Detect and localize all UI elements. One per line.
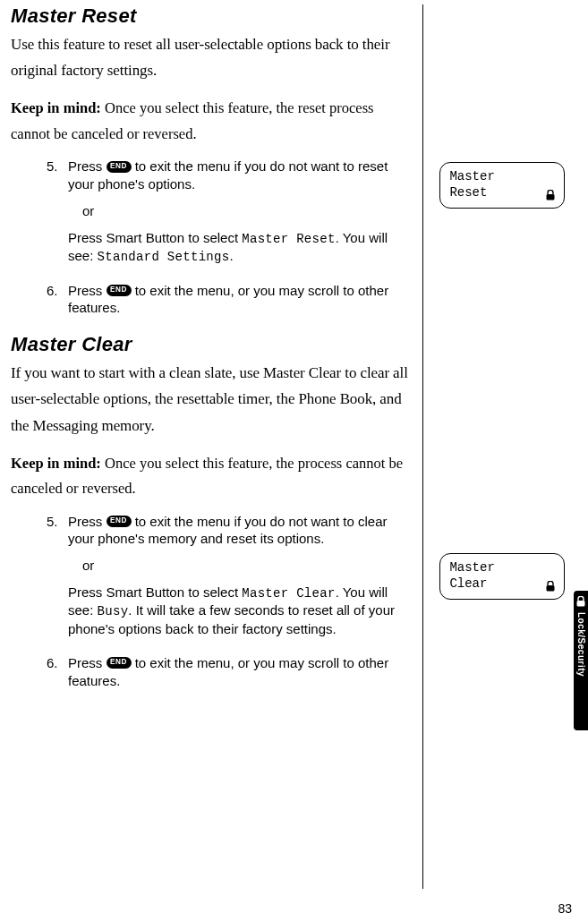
- steps-reset: 5. Press END to exit the menu if you do …: [11, 158, 410, 317]
- step-text: .: [229, 248, 233, 263]
- lock-icon: [546, 581, 555, 592]
- step-text: Press: [68, 514, 107, 529]
- section-tab-lock-security: Lock/Security: [574, 591, 588, 730]
- step-5-clear: 5. Press END to exit the menu if you do …: [68, 513, 410, 638]
- phone-screen-clear: Master Clear: [439, 553, 565, 600]
- page-number: 83: [558, 901, 572, 916]
- step-5-reset: 5. Press END to exit the menu if you do …: [68, 158, 410, 265]
- or-label: or: [82, 557, 410, 575]
- phone-screen-reset: Master Reset: [439, 162, 565, 209]
- step-6-clear: 6. Press END to exit the menu, or you ma…: [68, 654, 410, 690]
- step-text: Press: [68, 283, 107, 298]
- step-number: 5.: [47, 158, 58, 175]
- step-text: Press: [68, 655, 107, 670]
- step-number: 6.: [47, 654, 58, 672]
- screen-line-1: Master: [449, 559, 555, 576]
- kim-label: Keep in mind:: [11, 455, 101, 472]
- screen-line-1: Master: [449, 168, 555, 184]
- svg-rect-0: [547, 194, 555, 200]
- screen-line-2: Clear: [449, 576, 555, 592]
- end-key-icon: END: [107, 161, 132, 173]
- kim-label: Keep in mind:: [11, 99, 101, 116]
- lcd-text: Standard Settings: [98, 250, 230, 264]
- keep-in-mind-clear: Keep in mind: Once you select this featu…: [11, 451, 410, 502]
- screen-line-2: Reset: [449, 184, 555, 200]
- or-label: or: [82, 202, 410, 220]
- step-text: Press: [68, 158, 107, 174]
- heading-master-reset: Master Reset: [11, 4, 410, 28]
- lcd-text: Master Clear: [242, 586, 335, 601]
- step-number: 6.: [47, 282, 58, 300]
- intro-reset: Use this feature to reset all user-selec…: [11, 31, 410, 83]
- step-number: 5.: [47, 513, 58, 531]
- intro-clear: If you want to start with a clean slate,…: [11, 360, 410, 439]
- heading-master-clear: Master Clear: [11, 333, 410, 356]
- end-key-icon: END: [107, 657, 132, 669]
- svg-rect-1: [547, 585, 555, 592]
- main-column: Master Reset Use this feature to reset a…: [11, 4, 422, 895]
- end-key-icon: END: [107, 516, 132, 527]
- keep-in-mind-reset: Keep in mind: Once you select this featu…: [11, 96, 410, 147]
- lock-icon: [546, 190, 555, 200]
- tab-label: Lock/Security: [576, 609, 586, 680]
- lcd-text: Busy: [98, 604, 129, 618]
- lock-icon: [574, 591, 588, 609]
- step-6-reset: 6. Press END to exit the menu, or you ma…: [68, 282, 410, 318]
- side-column: Master Reset Master Clear: [423, 4, 577, 895]
- steps-clear: 5. Press END to exit the menu if you do …: [11, 513, 410, 690]
- svg-rect-2: [577, 601, 585, 607]
- step-text: Press Smart Button to select: [68, 230, 242, 245]
- lcd-text: Master Reset: [242, 232, 335, 246]
- step-text: Press Smart Button to select: [68, 584, 242, 600]
- end-key-icon: END: [107, 285, 132, 296]
- step-5b-reset: Press Smart Button to select Master Rese…: [68, 229, 410, 266]
- step-5b-clear: Press Smart Button to select Master Clea…: [68, 584, 410, 638]
